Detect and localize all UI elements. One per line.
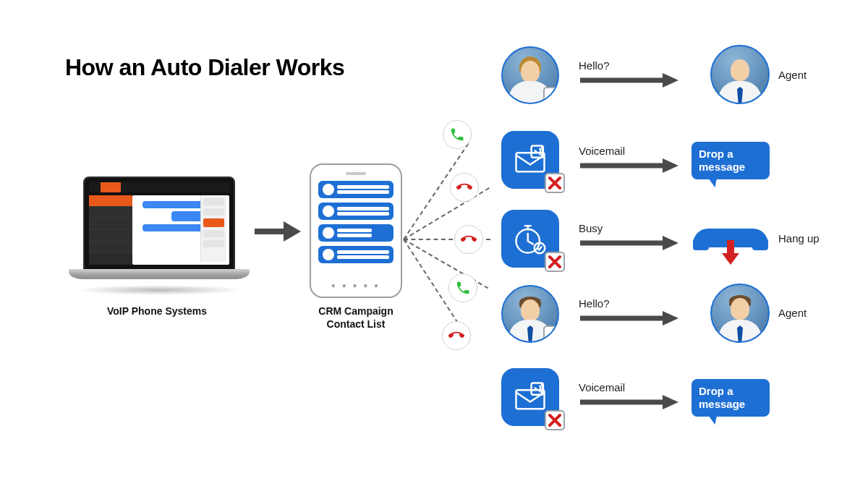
svg-marker-13 <box>663 236 678 250</box>
result-hangup <box>692 217 771 260</box>
outcome-label: Busy <box>579 222 680 234</box>
svg-marker-17 <box>663 395 678 409</box>
contact-row <box>318 246 393 263</box>
contact-row <box>318 203 393 220</box>
outcome-arrow: Voicemail <box>579 145 680 174</box>
svg-marker-15 <box>663 311 678 325</box>
cross-icon <box>545 173 565 193</box>
contact-person-avatar <box>501 46 559 104</box>
outcome-arrow: Hello? <box>579 297 680 326</box>
diagram-canvas: How an Auto Dialer Works VoIP Phone Syst… <box>0 0 868 481</box>
voip-label: VoIP Phone Systems <box>106 305 208 317</box>
speech-bubble: Drop a message <box>692 379 770 417</box>
outcome-label: Hello? <box>579 297 680 310</box>
svg-rect-6 <box>516 390 545 409</box>
contact-person-avatar <box>501 285 559 343</box>
contact-row <box>318 224 393 242</box>
phone-icon <box>454 225 483 254</box>
contact-list <box>318 181 393 276</box>
phone-icon <box>442 321 471 350</box>
phone-icon <box>450 173 479 202</box>
result-label: Agent <box>778 69 807 81</box>
phone-icon <box>448 273 477 302</box>
cross-icon <box>545 252 565 272</box>
result-agent <box>692 284 771 343</box>
hangup-icon <box>692 217 770 260</box>
result-label: Hang up <box>778 232 820 244</box>
cross-icon <box>545 410 565 430</box>
contact-row <box>318 181 393 198</box>
result-drop-message: Drop a message <box>692 142 771 179</box>
outcome-arrow: Busy <box>579 222 680 251</box>
outcome-label: Hello? <box>579 59 680 72</box>
laptop-screen <box>83 176 235 271</box>
agent-avatar <box>710 284 770 343</box>
svg-marker-19 <box>722 253 739 265</box>
crm-tablet: ● ● ● ● ● <box>310 163 402 298</box>
result-agent <box>692 45 771 104</box>
result-label: Agent <box>778 307 807 319</box>
outcome-label: Voicemail <box>579 145 680 157</box>
diagram-title: How an Auto Dialer Works <box>65 54 344 81</box>
phone-icon <box>443 120 472 149</box>
crm-label: CRM Campaign Contact List <box>317 305 395 331</box>
svg-marker-1 <box>284 221 301 242</box>
speech-bubble: Drop a message <box>692 142 770 179</box>
voicemail-icon <box>501 131 559 189</box>
agent-avatar <box>710 45 770 104</box>
check-icon <box>543 325 559 343</box>
check-icon <box>543 87 559 104</box>
outcome-label: Voicemail <box>579 381 680 393</box>
voip-laptop <box>69 176 250 299</box>
svg-marker-11 <box>663 158 678 173</box>
result-drop-message: Drop a message <box>692 379 771 417</box>
outcome-arrow: Hello? <box>579 59 680 88</box>
outcome-arrow: Voicemail <box>579 381 680 410</box>
voicemail-icon <box>501 368 559 426</box>
busy-stopwatch-icon <box>501 210 559 268</box>
svg-marker-9 <box>663 73 678 88</box>
